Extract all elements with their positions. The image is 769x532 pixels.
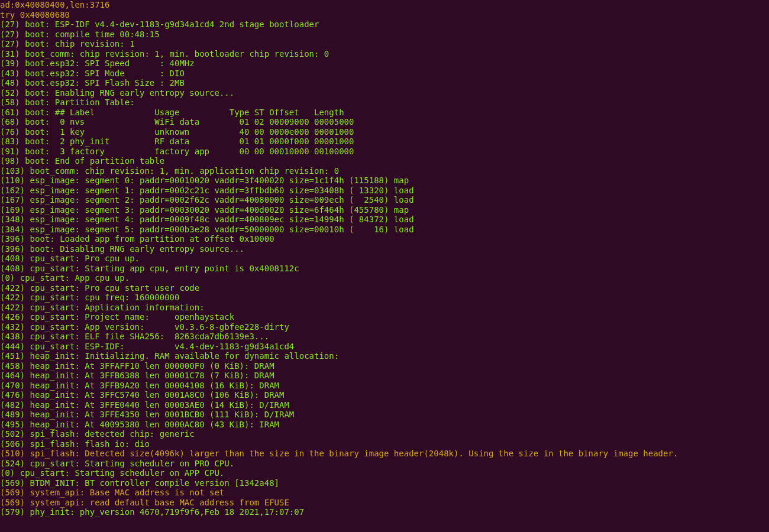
log-line: (579) phy_init: phy_version 4670,719f9f6… <box>0 507 769 517</box>
log-line: (91) boot: 3 factory factory app 00 00 0… <box>0 147 769 157</box>
log-line: (396) boot: Disabling RNG early entropy … <box>0 244 769 254</box>
log-line: (569) BTDM_INIT: BT controller compile v… <box>0 478 769 488</box>
log-line: (83) boot: 2 phy_init RF data 01 01 0000… <box>0 137 769 147</box>
log-line: (470) heap_init: At 3FFB9A20 len 0000410… <box>0 381 769 391</box>
log-line: (98) boot: End of partition table <box>0 156 769 166</box>
log-line: (43) boot.esp32: SPI Mode : DIO <box>0 69 769 79</box>
log-line: (58) boot: Partition Table: <box>0 98 769 108</box>
log-line: (167) esp_image: segment 2: paddr=0002f6… <box>0 195 769 205</box>
log-line: (61) boot: ## Label Usage Type ST Offset… <box>0 108 769 118</box>
log-line: (27) boot: ESP-IDF v4.4-dev-1183-g9d34a1… <box>0 20 769 30</box>
log-line: (524) cpu_start: Starting scheduler on P… <box>0 459 769 469</box>
log-line: (444) cpu_start: ESP-IDF: v4.4-dev-1183-… <box>0 342 769 352</box>
log-line: (0) cpu_start: App cpu up. <box>0 273 769 283</box>
log-line: (502) spi_flash: detected chip: generic <box>0 429 769 439</box>
log-line: (482) heap_init: At 3FFE0440 len 00003AE… <box>0 400 769 410</box>
log-line: (458) heap_init: At 3FFAFF10 len 000000F… <box>0 361 769 371</box>
log-line: (476) heap_init: At 3FFC5740 len 0001A8C… <box>0 390 769 400</box>
log-line: (48) boot.esp32: SPI Flash Size : 2MB <box>0 78 769 88</box>
log-line: (384) esp_image: segment 5: paddr=000b3e… <box>0 225 769 235</box>
log-line: try 0x40080680 <box>0 10 769 20</box>
log-line: (68) boot: 0 nvs WiFi data 01 02 0000900… <box>0 117 769 127</box>
log-line: (422) cpu_start: Pro cpu start user code <box>0 283 769 293</box>
log-line: (408) cpu_start: Pro cpu up. <box>0 254 769 264</box>
log-line: (110) esp_image: segment 0: paddr=000100… <box>0 176 769 186</box>
log-line: ad:0x40080400,len:3716 <box>0 0 769 10</box>
log-line: (52) boot: Enabling RNG early entropy so… <box>0 88 769 98</box>
log-line: (422) cpu_start: cpu freq: 160000000 <box>0 293 769 303</box>
log-line: (39) boot.esp32: SPI Speed : 40MHz <box>0 59 769 69</box>
terminal-output[interactable]: ad:0x40080400,len:3716try 0x40080680(27)… <box>0 0 769 517</box>
log-line: (569) system_api: read default base MAC … <box>0 498 769 508</box>
log-line: (426) cpu_start: Project name: openhayst… <box>0 312 769 322</box>
log-line: (396) boot: Loaded app from partition at… <box>0 234 769 244</box>
log-line: (76) boot: 1 key unknown 40 00 0000e000 … <box>0 127 769 137</box>
log-line: (451) heap_init: Initializing. RAM avail… <box>0 351 769 361</box>
log-line: (31) boot_comm: chip revision: 1, min. b… <box>0 49 769 59</box>
log-line: (432) cpu_start: App version: v0.3.6-8-g… <box>0 322 769 332</box>
log-line: (408) cpu_start: Starting app cpu, entry… <box>0 264 769 274</box>
log-line: (510) spi_flash: Detected size(4096k) la… <box>0 449 769 459</box>
log-line: (27) boot: compile time 00:48:15 <box>0 30 769 40</box>
log-line: (438) cpu_start: ELF file SHA256: 8263cd… <box>0 332 769 342</box>
log-line: (569) system_api: Base MAC address is no… <box>0 488 769 498</box>
log-line: (0) cpu_start: Starting scheduler on APP… <box>0 468 769 478</box>
log-line: (464) heap_init: At 3FFB6388 len 00001C7… <box>0 371 769 381</box>
log-line: (103) boot_comm: chip revision: 1, min. … <box>0 166 769 176</box>
log-line: (495) heap_init: At 40095380 len 0000AC8… <box>0 420 769 430</box>
log-line: (348) esp_image: segment 4: paddr=0009f4… <box>0 215 769 225</box>
log-line: (489) heap_init: At 3FFE4350 len 0001BCB… <box>0 410 769 420</box>
log-line: (506) spi_flash: flash io: dio <box>0 439 769 449</box>
log-line: (27) boot: chip revision: 1 <box>0 39 769 49</box>
log-line: (422) cpu_start: Application information… <box>0 303 769 313</box>
log-line: (162) esp_image: segment 1: paddr=0002c2… <box>0 186 769 196</box>
log-line: (169) esp_image: segment 3: paddr=000300… <box>0 205 769 215</box>
